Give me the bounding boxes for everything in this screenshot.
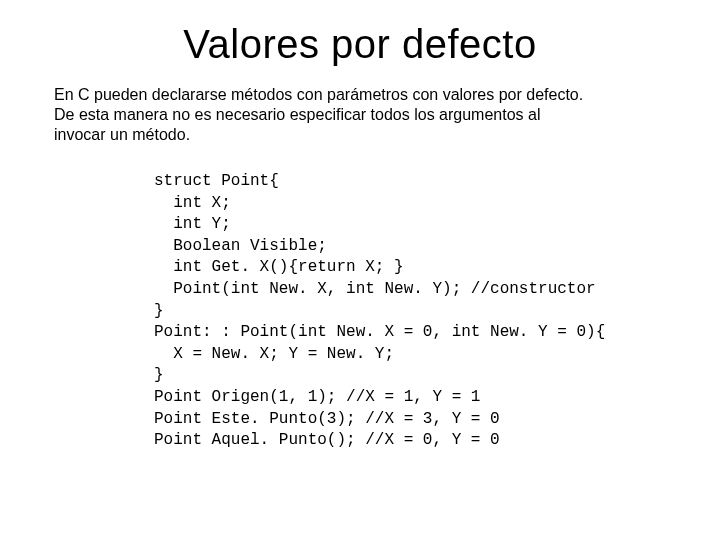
code-line: Point Origen(1, 1); //X = 1, Y = 1 xyxy=(154,388,480,406)
code-line: Boolean Visible; xyxy=(154,237,327,255)
code-line: X = New. X; Y = New. Y; xyxy=(154,345,394,363)
code-line: struct Point{ xyxy=(154,172,279,190)
code-line: int X; xyxy=(154,194,231,212)
code-line: Point Aquel. Punto(); //X = 0, Y = 0 xyxy=(154,431,500,449)
intro-line: invocar un método. xyxy=(54,126,190,143)
code-line: Point Este. Punto(3); //X = 3, Y = 0 xyxy=(154,410,500,428)
code-line: int Y; xyxy=(154,215,231,233)
intro-paragraph: En C pueden declararse métodos con parám… xyxy=(54,85,666,145)
intro-line: En C pueden declararse métodos con parám… xyxy=(54,86,583,103)
code-line: Point(int New. X, int New. Y); //constru… xyxy=(154,280,596,298)
page-title: Valores por defecto xyxy=(54,22,666,67)
code-block: struct Point{ int X; int Y; Boolean Visi… xyxy=(154,171,666,452)
code-line: int Get. X(){return X; } xyxy=(154,258,404,276)
code-line: } xyxy=(154,366,164,384)
slide-container: Valores por defecto En C pueden declarar… xyxy=(0,0,720,540)
code-line: Point: : Point(int New. X = 0, int New. … xyxy=(154,323,605,341)
intro-line: De esta manera no es necesario especific… xyxy=(54,106,540,123)
code-line: } xyxy=(154,302,164,320)
